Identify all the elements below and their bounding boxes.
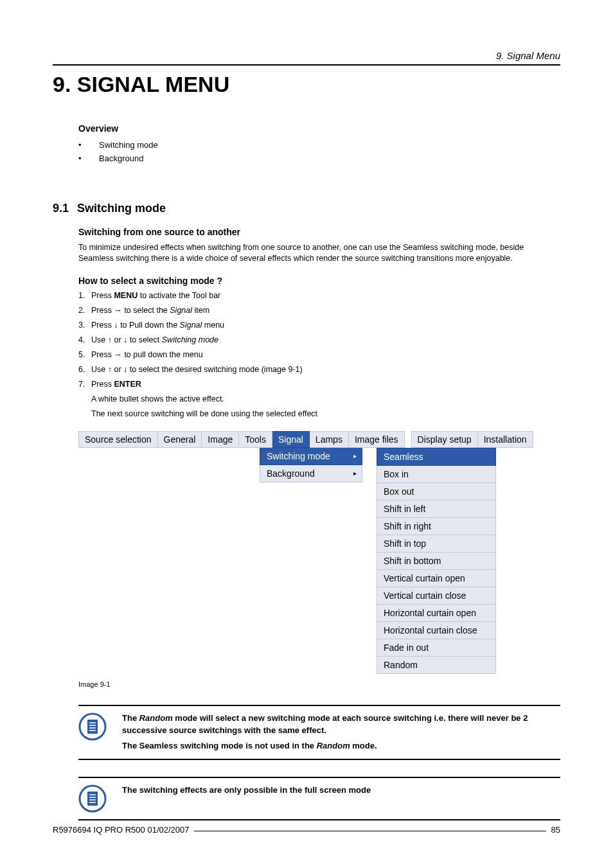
section-title: 9.1Switching mode (53, 202, 560, 215)
step-text: Use ↑ or ↓ to select the desired switchi… (91, 365, 303, 374)
svg-rect-7 (87, 792, 98, 806)
svg-rect-1 (87, 720, 98, 734)
list-item-label: Switching mode (99, 140, 158, 150)
dropdown-item[interactable]: Background ▸ (260, 465, 362, 483)
step-text: Use ↑ or ↓ to select (91, 335, 162, 344)
step-em: Switching mode (162, 335, 218, 344)
option-item[interactable]: Fade in out (377, 639, 496, 657)
running-header: 9. Signal Menu (496, 50, 560, 61)
document-icon (78, 784, 107, 813)
menubar-item[interactable]: General (158, 431, 202, 448)
option-item[interactable]: Box out (377, 483, 496, 500)
menubar-item-selected[interactable]: Signal (272, 431, 310, 448)
dropdown-item-selected[interactable]: Switching mode ▸ (260, 448, 362, 465)
option-item[interactable]: Shift in bottom (377, 553, 496, 570)
menubar-item[interactable]: Image (202, 431, 239, 448)
note-box: The switching effects are only possible … (78, 777, 560, 820)
page-footer: R5976694 IQ PRO R500 01/02/2007 85 (53, 825, 560, 835)
footer-page-number: 85 (551, 825, 560, 835)
option-item[interactable]: Vertical curtain open (377, 570, 496, 587)
dropdown-label: Switching mode (267, 451, 330, 461)
sub-heading: How to select a switching mode ? (78, 276, 560, 286)
option-item[interactable]: Shift in right (377, 518, 496, 535)
menu-figure: Source selection General Image Tools Sig… (78, 431, 560, 674)
step-item: 4.Use ↑ or ↓ to select Switching mode (78, 335, 560, 344)
overview-heading: Overview (78, 123, 560, 134)
option-item[interactable]: Vertical curtain close (377, 587, 496, 605)
step-item: 5.Press → to pull down the menu (78, 350, 560, 359)
chevron-right-icon: ▸ (353, 470, 357, 477)
list-item: • Background (78, 154, 560, 163)
header-rule (53, 64, 560, 66)
step-text: Press → to pull down the menu (91, 350, 203, 359)
document-icon (78, 713, 107, 741)
step-followup: A white bullet shows the active effect. (91, 394, 560, 403)
step-em: Signal (180, 321, 202, 330)
step-item: 3.Press ↓ to Pull down the Signal menu (78, 321, 560, 330)
step-em: Signal (170, 306, 192, 315)
step-keyword: ENTER (114, 380, 141, 389)
step-text: menu (202, 321, 224, 330)
chevron-right-icon: ▸ (353, 452, 357, 459)
option-item[interactable]: Random (377, 657, 496, 674)
list-item: • Switching mode (78, 140, 560, 150)
note-text: The switching effects are only possible … (122, 784, 560, 797)
dropdown-label: Background (267, 468, 315, 479)
menubar-item[interactable]: Image files (349, 431, 405, 448)
step-item: 1.Press MENU to activate the Tool bar (78, 291, 560, 300)
footer-rule (194, 831, 546, 831)
step-item: 7.Press ENTER (78, 380, 560, 389)
footer-doc-id: R5976694 IQ PRO R500 01/02/2007 (53, 825, 189, 835)
menubar-item[interactable]: Source selection (78, 431, 158, 448)
menubar-item[interactable]: Tools (239, 431, 272, 448)
list-item-label: Background (99, 154, 143, 163)
chapter-title: 9. SIGNAL MENU (53, 72, 229, 97)
step-followup: The next source switching will be done u… (91, 409, 560, 418)
step-text: item (192, 306, 209, 315)
section-label: Switching mode (77, 202, 166, 215)
step-text: Press (91, 291, 114, 300)
note-text: The Random mode will select a new switch… (122, 713, 560, 753)
signal-dropdown: Switching mode ▸ Background ▸ (260, 448, 362, 674)
note-box: The Random mode will select a new switch… (78, 705, 560, 761)
step-text: to activate the Tool bar (138, 291, 220, 300)
section-number: 9.1 (53, 202, 77, 215)
menubar-item[interactable]: Display setup (411, 431, 478, 448)
step-item: 2.Press → to select the Signal item (78, 306, 560, 315)
step-item: 6.Use ↑ or ↓ to select the desired switc… (78, 365, 560, 374)
step-text: Press (91, 380, 114, 389)
bullet-icon: • (78, 154, 99, 163)
option-item-selected[interactable]: Seamless (377, 448, 496, 466)
option-item[interactable]: Horizontal curtain close (377, 622, 496, 639)
switching-mode-options: Seamless Box in Box out Shift in left Sh… (377, 448, 496, 674)
step-list: 1.Press MENU to activate the Tool bar 2.… (78, 291, 560, 418)
menubar-item[interactable]: Installation (478, 431, 533, 448)
option-item[interactable]: Horizontal curtain open (377, 605, 496, 622)
menubar-item[interactable]: Lamps (310, 431, 349, 448)
menubar: Source selection General Image Tools Sig… (78, 431, 560, 448)
step-keyword: MENU (114, 291, 138, 300)
sub-heading: Switching from one source to another (78, 227, 560, 237)
step-text: Press → to select the (91, 306, 170, 315)
option-item[interactable]: Shift in left (377, 500, 496, 518)
body-paragraph: To minimize undesired effects when switc… (78, 242, 560, 264)
option-item[interactable]: Shift in top (377, 535, 496, 553)
step-text: Press ↓ to Pull down the (91, 321, 180, 330)
overview-list: • Switching mode • Background (78, 140, 560, 163)
option-item[interactable]: Box in (377, 466, 496, 483)
bullet-icon: • (78, 140, 99, 150)
image-caption: Image 9-1 (78, 680, 560, 688)
